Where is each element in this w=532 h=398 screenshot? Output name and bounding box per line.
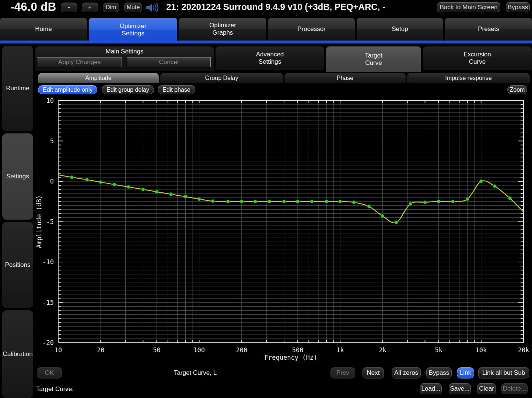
app-window: -46.0 dB - + Dim Mute 21: 20201224 Surro… — [0, 0, 532, 398]
save-button[interactable]: Save... — [449, 383, 471, 394]
svg-text:10k: 10k — [475, 346, 487, 354]
cancel-button[interactable]: Cancel — [127, 57, 211, 67]
edit-group-delay-button[interactable]: Edit group delay — [102, 85, 154, 94]
tab-excursion-curve[interactable]: Excursion Curve — [423, 46, 532, 70]
svg-text:200: 200 — [236, 346, 247, 354]
sidebar-item-calibration[interactable]: Calibration — [2, 310, 33, 398]
zoom-button[interactable]: Zoom — [507, 85, 527, 94]
main-settings-title: Main Settings — [35, 48, 214, 55]
volume-up-button[interactable]: + — [82, 3, 98, 12]
bypass-curve-button[interactable]: Bypass — [426, 367, 452, 378]
svg-text:-5: -5 — [46, 218, 54, 226]
svg-text:10: 10 — [46, 97, 54, 104]
active-tab-indicator-bar — [0, 41, 532, 43]
tab-setup[interactable]: Setup — [357, 18, 443, 41]
svg-text:Amplitude (dB): Amplitude (dB) — [35, 195, 43, 248]
tab-optimizer-graphs[interactable]: Optimizer Graphs — [179, 18, 266, 41]
svg-text:0: 0 — [50, 178, 54, 185]
svg-text:50: 50 — [153, 346, 160, 354]
link-all-but-sub-button[interactable]: Link all but Sub — [478, 367, 529, 378]
svg-text:20k: 20k — [518, 346, 529, 354]
svg-text:5k: 5k — [435, 346, 442, 354]
preset-title: 21: 20201224 Surround 9.4.9 v10 (+3dB, P… — [166, 2, 385, 12]
svg-text:500: 500 — [292, 346, 304, 354]
tab-impulse-response[interactable]: Impulse response — [407, 73, 530, 83]
svg-text:1k: 1k — [336, 346, 344, 354]
back-to-main-screen-button[interactable]: Back to Main Screen — [437, 2, 500, 12]
speaker-icon — [146, 3, 160, 14]
current-curve-label: Target Curve, L — [169, 369, 221, 377]
sidebar-item-positions[interactable]: Positions — [2, 222, 33, 308]
load-button[interactable]: Load... — [420, 383, 442, 394]
dim-button[interactable]: Dim — [103, 3, 119, 12]
svg-text:Frequency (Hz): Frequency (Hz) — [265, 354, 317, 361]
next-button[interactable]: Next — [363, 367, 384, 378]
ok-button[interactable]: OK — [37, 367, 62, 378]
delete-button[interactable]: Delete... — [501, 383, 528, 394]
sidebar-item-settings[interactable]: Settings — [2, 133, 33, 220]
clear-button[interactable]: Clear — [477, 383, 496, 394]
svg-text:5: 5 — [50, 137, 54, 145]
svg-text:-15: -15 — [42, 299, 54, 306]
top-bar: -46.0 dB - + Dim Mute 21: 20201224 Surro… — [0, 0, 532, 15]
apply-changes-button[interactable]: Apply Changes — [37, 57, 122, 67]
tab-amplitude[interactable]: Amplitude — [38, 73, 159, 83]
tab-home[interactable]: Home — [0, 18, 87, 41]
tab-processor[interactable]: Processor — [268, 18, 355, 41]
edit-phase-button[interactable]: Edit phase — [158, 85, 195, 94]
target-curve-editor[interactable]: 1050-5-10-15-201020501002005001k2k5k10k2… — [35, 95, 532, 363]
all-zeros-button[interactable]: All zeros — [392, 367, 421, 378]
svg-text:-10: -10 — [42, 258, 54, 266]
tab-group-delay[interactable]: Group Delay — [160, 73, 283, 83]
mute-button[interactable]: Mute — [124, 3, 142, 12]
svg-text:10: 10 — [55, 346, 62, 354]
svg-text:20: 20 — [97, 346, 104, 354]
main-settings-panel[interactable]: Main Settings Apply Changes Cancel — [35, 46, 214, 71]
volume-down-button[interactable]: - — [61, 3, 77, 12]
bypass-top-button[interactable]: Bypass — [506, 2, 530, 12]
tab-target-curve[interactable]: Target Curve — [326, 46, 421, 72]
volume-display: -46.0 dB — [10, 0, 56, 14]
sidebar-item-runtime[interactable]: Runtime — [2, 46, 33, 131]
svg-text:100: 100 — [193, 346, 205, 354]
edit-amplitude-only-button[interactable]: Edit amplitude only — [38, 85, 97, 94]
svg-text:-20: -20 — [42, 339, 54, 346]
prev-button[interactable]: Prev — [330, 367, 355, 378]
target-curve-chart[interactable]: 1050-5-10-15-201020501002005001k2k5k10k2… — [35, 95, 532, 363]
target-curve-field-label: Target Curve: — [36, 385, 74, 393]
tab-optimizer-settings[interactable]: Optimizer Settings — [89, 18, 177, 42]
tab-presets[interactable]: Presets — [445, 18, 532, 41]
tab-advanced-settings[interactable]: Advanced Settings — [216, 46, 324, 70]
svg-text:2k: 2k — [379, 346, 386, 354]
tab-phase[interactable]: Phase — [284, 73, 406, 83]
link-button[interactable]: Link — [457, 367, 474, 378]
